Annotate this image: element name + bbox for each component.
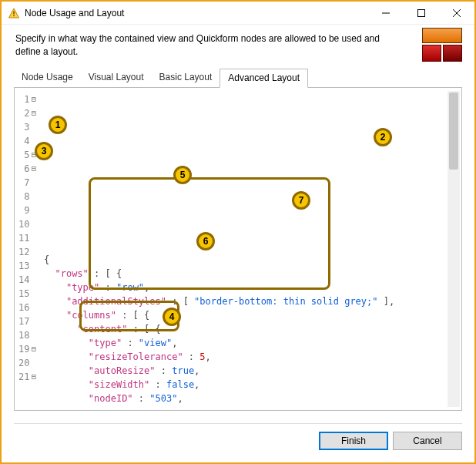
warning-icon [8, 7, 20, 19]
callout-4: 4 [163, 308, 181, 326]
window-title: Node Usage and Layout [25, 8, 368, 18]
tab-strip: Node Usage Visual Layout Basic Layout Ad… [14, 68, 462, 87]
svg-rect-1 [13, 11, 15, 14]
finish-button[interactable]: Finish [319, 432, 388, 450]
code-line[interactable]: { [44, 254, 448, 268]
callout-2: 2 [374, 128, 392, 146]
scrollbar-thumb[interactable] [449, 92, 458, 170]
code-line[interactable]: "sizeWidth" : false, [44, 379, 448, 393]
code-line[interactable]: "type" : "view", [44, 338, 448, 351]
tab-node-usage[interactable]: Node Usage [14, 69, 81, 88]
callout-3: 3 [35, 142, 53, 160]
code-line[interactable]: "type" : "row", [44, 282, 448, 296]
tab-advanced-layout[interactable]: Advanced Layout [220, 69, 308, 88]
close-button[interactable] [439, 2, 474, 24]
code-line[interactable]: "autoResize" : true, [44, 365, 448, 379]
callout-7: 7 [292, 191, 310, 210]
code-line[interactable]: "rows" : [ { [44, 268, 448, 282]
cancel-button[interactable]: Cancel [393, 432, 462, 450]
code-line[interactable]: "content" : [ { [44, 324, 448, 338]
advanced-layout-panel: 1⊟2⊟345⊟6⊟78910111213141516171819⊟2021⊟ … [14, 87, 462, 411]
callout-5: 5 [173, 166, 192, 184]
code-line[interactable]: "nodeID" : "503", [44, 393, 448, 407]
callout-6: 6 [196, 232, 215, 250]
callout-1: 1 [49, 116, 67, 134]
svg-rect-4 [418, 9, 425, 16]
code-line[interactable]: "resizeTolerance" : 5, [44, 351, 448, 365]
code-gutter: 1⊟2⊟345⊟6⊟78910111213141516171819⊟2021⊟ [18, 91, 39, 407]
dialog-footer: Finish Cancel [14, 423, 462, 450]
tab-basic-layout[interactable]: Basic Layout [152, 69, 220, 88]
dialog-header: Specify in what way the contained view a… [2, 25, 474, 68]
code-line[interactable]: "additionalStyles" : [ "border-bottom: t… [44, 296, 448, 310]
app-logo [422, 28, 462, 62]
title-bar: Node Usage and Layout [2, 2, 474, 25]
maximize-button[interactable] [404, 2, 439, 24]
minimize-button[interactable] [368, 2, 404, 24]
dialog-description: Specify in what way the contained view a… [15, 32, 393, 59]
svg-rect-2 [13, 15, 15, 16]
code-editor[interactable]: { "rows" : [ { "type" : "row", "addition… [39, 91, 448, 407]
tab-visual-layout[interactable]: Visual Layout [81, 69, 152, 88]
vertical-scrollbar[interactable] [448, 91, 460, 407]
code-line[interactable]: "columns" : [ { [44, 310, 448, 324]
